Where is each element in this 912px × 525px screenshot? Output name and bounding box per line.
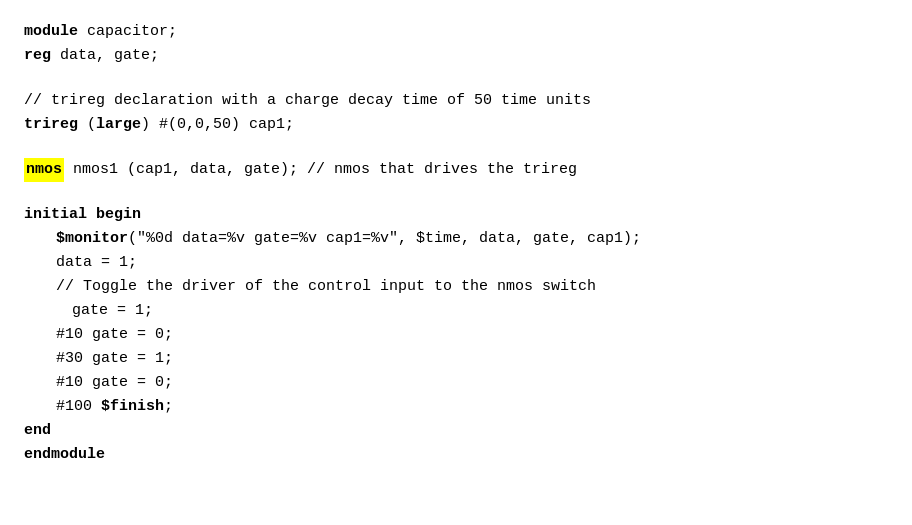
code-line-11: data = 1; <box>24 251 888 275</box>
code-text: data = 1; <box>56 251 137 275</box>
keyword-large: large <box>96 113 141 137</box>
code-text: capacitor; <box>78 20 177 44</box>
code-text <box>87 203 96 227</box>
blank-line-3 <box>24 182 888 203</box>
code-line-17: #100 $finish; <box>24 395 888 419</box>
code-text: nmos1 (cap1, data, gate); // nmos that d… <box>64 158 577 182</box>
code-line-9: initial begin <box>24 203 888 227</box>
keyword-end: end <box>24 419 51 443</box>
comment-toggle: // Toggle the driver of the control inpu… <box>56 275 596 299</box>
code-line-2: reg data, gate; <box>24 44 888 68</box>
keyword-begin: begin <box>96 203 141 227</box>
code-line-1: module capacitor; <box>24 20 888 44</box>
code-line-10: $monitor("%0d data=%v gate=%v cap1=%v", … <box>24 227 888 251</box>
keyword-module: module <box>24 20 78 44</box>
code-line-13: gate = 1; <box>24 299 888 323</box>
keyword-trireg: trireg <box>24 113 78 137</box>
system-task-finish: $finish <box>101 395 164 419</box>
keyword-initial: initial <box>24 203 87 227</box>
code-text: ) #(0,0,50) cap1; <box>141 113 294 137</box>
system-task-monitor: $monitor <box>56 227 128 251</box>
keyword-endmodule: endmodule <box>24 443 105 467</box>
code-text: gate = 1; <box>72 299 153 323</box>
code-text: ; <box>164 395 173 419</box>
code-block: module capacitor; reg data, gate; // tri… <box>24 20 888 467</box>
code-text: ("%0d data=%v gate=%v cap1=%v", $time, d… <box>128 227 641 251</box>
keyword-nmos-highlighted: nmos <box>24 158 64 182</box>
code-line-12: // Toggle the driver of the control inpu… <box>24 275 888 299</box>
code-line-16: #10 gate = 0; <box>24 371 888 395</box>
comment-trireg: // trireg declaration with a charge deca… <box>24 89 591 113</box>
blank-line-2 <box>24 137 888 158</box>
code-line-15: #30 gate = 1; <box>24 347 888 371</box>
keyword-reg: reg <box>24 44 51 68</box>
blank-line-1 <box>24 68 888 89</box>
code-text: #100 <box>56 395 101 419</box>
code-line-18: end <box>24 419 888 443</box>
code-line-14: #10 gate = 0; <box>24 323 888 347</box>
code-line-7: nmos nmos1 (cap1, data, gate); // nmos t… <box>24 158 888 182</box>
code-text: #10 gate = 0; <box>56 323 173 347</box>
code-text: #30 gate = 1; <box>56 347 173 371</box>
code-text: #10 gate = 0; <box>56 371 173 395</box>
code-line-19: endmodule <box>24 443 888 467</box>
code-text: data, gate; <box>51 44 159 68</box>
code-line-5: trireg (large) #(0,0,50) cap1; <box>24 113 888 137</box>
code-line-4: // trireg declaration with a charge deca… <box>24 89 888 113</box>
code-text: ( <box>78 113 96 137</box>
